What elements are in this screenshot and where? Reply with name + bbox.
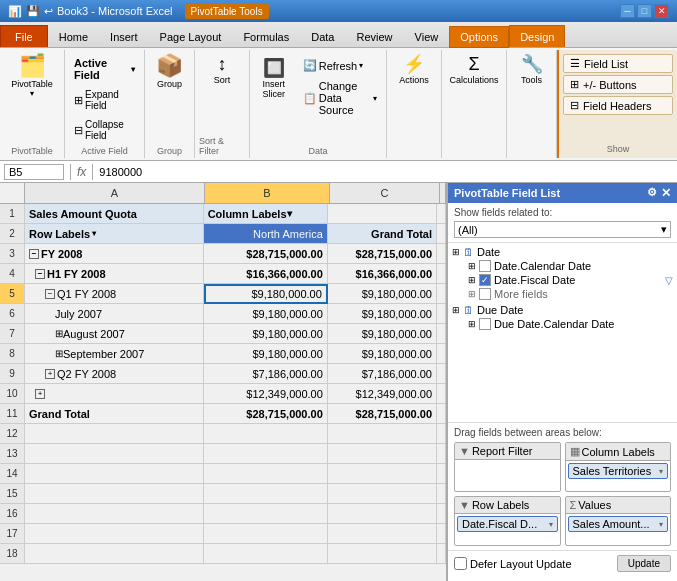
pivottable-button[interactable]: 🗂️ PivotTable ▾ <box>6 52 58 101</box>
quick-access-save[interactable]: 💾 <box>26 5 40 18</box>
cell-c2[interactable]: Grand Total <box>328 224 437 244</box>
tab-design[interactable]: Design <box>509 25 565 47</box>
pivot-panel-settings-icon[interactable]: ⚙ <box>647 186 657 200</box>
due-date-calendar-checkbox[interactable] <box>479 318 491 330</box>
cell-b17[interactable] <box>204 524 328 544</box>
tab-review[interactable]: Review <box>345 25 403 47</box>
cell-c9[interactable]: $7,186,000.00 <box>328 364 437 384</box>
cell-a11[interactable]: Grand Total <box>25 404 204 424</box>
cell-b8[interactable]: $9,180,000.00 <box>204 344 328 364</box>
cell-b3[interactable]: $28,715,000.00 <box>204 244 328 264</box>
cell-a16[interactable] <box>25 504 204 524</box>
collapse-field-button[interactable]: ⊟ Collapse Field <box>69 116 140 144</box>
cell-c3[interactable]: $28,715,000.00 <box>328 244 437 264</box>
cell-c1[interactable] <box>328 204 437 224</box>
cell-b18[interactable] <box>204 544 328 564</box>
tab-options[interactable]: Options <box>449 26 509 48</box>
cell-a18[interactable] <box>25 544 204 564</box>
quick-access-undo[interactable]: ↩ <box>44 5 53 18</box>
cell-ref-input[interactable] <box>4 164 64 180</box>
cell-c15[interactable] <box>328 484 437 504</box>
cell-a10[interactable]: + <box>25 384 204 404</box>
cell-a8[interactable]: ⊞ September 2007 <box>25 344 204 364</box>
cell-c14[interactable] <box>328 464 437 484</box>
defer-checkbox-input[interactable] <box>454 557 467 570</box>
cell-a1[interactable]: Sales Amount Quota <box>25 204 204 224</box>
cell-c18[interactable] <box>328 544 437 564</box>
cell-b16[interactable] <box>204 504 328 524</box>
field-list-button[interactable]: ☰ Field List <box>563 54 673 73</box>
sales-amount-item[interactable]: Sales Amount... ▾ <box>568 516 669 532</box>
cell-b6[interactable]: $9,180,000.00 <box>204 304 328 324</box>
title-controls[interactable]: ─ □ ✕ <box>620 4 669 18</box>
col-header-a[interactable]: A <box>25 183 205 203</box>
sort-button[interactable]: ↕️ Sort <box>203 52 241 88</box>
cell-a2[interactable]: Row Labels ▾ <box>25 224 204 244</box>
cell-c10[interactable]: $12,349,000.00 <box>328 384 437 404</box>
field-item-due-date-calendar[interactable]: ⊞ Due Date.Calendar Date <box>450 317 675 331</box>
expand-h1[interactable]: − <box>35 269 45 279</box>
cell-a13[interactable] <box>25 444 204 464</box>
refresh-button[interactable]: 🔄 Refresh ▾ <box>298 56 382 75</box>
cell-a4[interactable]: −H1 FY 2008 <box>25 264 204 284</box>
more-fields-checkbox[interactable] <box>479 288 491 300</box>
cell-c17[interactable] <box>328 524 437 544</box>
expand-q1[interactable]: − <box>45 289 55 299</box>
pivot-panel-close-button[interactable]: ✕ <box>661 186 671 200</box>
close-button[interactable]: ✕ <box>654 4 669 18</box>
tab-file[interactable]: File <box>0 25 48 47</box>
cell-a9[interactable]: +Q2 FY 2008 <box>25 364 204 384</box>
tab-formulas[interactable]: Formulas <box>232 25 300 47</box>
expand-row10[interactable]: + <box>35 389 45 399</box>
cell-b5[interactable]: $9,180,000.00 <box>204 284 328 304</box>
field-headers-button[interactable]: ⊟ Field Headers <box>563 96 673 115</box>
formula-input[interactable] <box>99 166 673 178</box>
cell-a3[interactable]: −FY 2008 <box>25 244 204 264</box>
cell-a6[interactable]: July 2007 <box>25 304 204 324</box>
cell-a12[interactable] <box>25 424 204 444</box>
cell-b1[interactable]: Column Labels ▾ <box>204 204 328 224</box>
tab-page-layout[interactable]: Page Layout <box>149 25 233 47</box>
cell-c13[interactable] <box>328 444 437 464</box>
cell-c16[interactable] <box>328 504 437 524</box>
cell-b15[interactable] <box>204 484 328 504</box>
field-group-due-date-header[interactable]: ⊞ 🗓 Due Date <box>450 303 675 317</box>
cell-b11[interactable]: $28,715,000.00 <box>204 404 328 424</box>
field-item-calendar-date[interactable]: ⊞ Date.Calendar Date <box>450 259 675 273</box>
cell-b13[interactable] <box>204 444 328 464</box>
tab-view[interactable]: View <box>404 25 450 47</box>
cell-c5[interactable]: $9,180,000.00 <box>328 284 437 304</box>
cell-c4[interactable]: $16,366,000.00 <box>328 264 437 284</box>
defer-layout-checkbox[interactable]: Defer Layout Update <box>454 557 572 570</box>
tab-data[interactable]: Data <box>300 25 345 47</box>
cell-b2[interactable]: North America <box>204 224 328 244</box>
buttons-toggle[interactable]: ⊞ +/- Buttons <box>563 75 673 94</box>
tab-insert[interactable]: Insert <box>99 25 149 47</box>
sales-territories-item[interactable]: Sales Territories ▾ <box>568 463 669 479</box>
date-fiscal-item[interactable]: Date.Fiscal D... ▾ <box>457 516 558 532</box>
cell-b12[interactable] <box>204 424 328 444</box>
field-item-fiscal-date[interactable]: ⊞ ✓ Date.Fiscal Date ▽ <box>450 273 675 287</box>
calculations-button[interactable]: Σ Calculations <box>444 52 503 88</box>
cell-a14[interactable] <box>25 464 204 484</box>
cell-c11[interactable]: $28,715,000.00 <box>328 404 437 424</box>
field-group-date-header[interactable]: ⊞ 🗓 Date <box>450 245 675 259</box>
col-header-c[interactable]: C <box>330 183 440 203</box>
cell-c6[interactable]: $9,180,000.00 <box>328 304 437 324</box>
tab-home[interactable]: Home <box>48 25 99 47</box>
cell-a7[interactable]: ⊞ August 2007 <box>25 324 204 344</box>
field-item-more-fields[interactable]: ⊞ More fields <box>450 287 675 301</box>
minimize-button[interactable]: ─ <box>620 4 635 18</box>
tools-button[interactable]: 🔧 Tools <box>513 52 551 88</box>
show-fields-dropdown[interactable]: (All) ▾ <box>454 221 671 238</box>
insert-slicer-button[interactable]: 🔲 Insert Slicer <box>254 56 294 102</box>
group-button[interactable]: 📦 Group <box>151 52 189 92</box>
expand-q2[interactable]: + <box>45 369 55 379</box>
maximize-button[interactable]: □ <box>637 4 652 18</box>
cell-a5[interactable]: −Q1 FY 2008 <box>25 284 204 304</box>
col-header-b[interactable]: B <box>205 183 330 203</box>
cell-a17[interactable] <box>25 524 204 544</box>
expand-field-button[interactable]: ⊞ Expand Field <box>69 86 140 114</box>
cell-a15[interactable] <box>25 484 204 504</box>
cell-b14[interactable] <box>204 464 328 484</box>
